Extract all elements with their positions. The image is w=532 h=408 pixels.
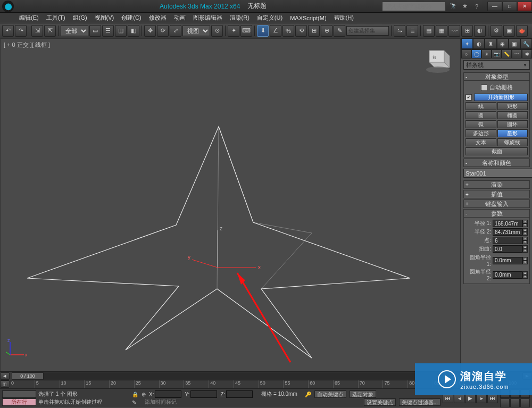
edit-named-sel-button[interactable]: ✎	[334, 25, 345, 37]
shape-line[interactable]: 线	[466, 102, 496, 110]
angle-snap-button[interactable]: ∠	[270, 25, 281, 37]
coord-x-input[interactable]	[155, 390, 181, 398]
menu-grapheditors[interactable]: 图形编辑器	[190, 13, 226, 23]
binoculars-icon[interactable]: 🔭	[449, 2, 458, 11]
shape-rectangle[interactable]: 矩形	[497, 102, 528, 110]
render-button[interactable]: 🫖	[516, 25, 528, 37]
spinner-snap-button[interactable]: ⟲	[295, 25, 307, 37]
lock-icon[interactable]: 🔒	[132, 392, 138, 397]
script-icon[interactable]: ✎	[132, 399, 136, 405]
rollout-keyboard[interactable]: +键盘输入	[463, 199, 530, 208]
shape-text[interactable]: 文本	[466, 138, 496, 146]
menu-modifiers[interactable]: 修改器	[146, 13, 170, 23]
mirror-button[interactable]: ⇋	[394, 25, 405, 37]
close-button[interactable]: ✕	[517, 2, 532, 11]
object-name-input[interactable]	[463, 169, 532, 178]
zoom-extents-button[interactable]	[500, 398, 510, 407]
coord-y-input[interactable]	[190, 390, 217, 398]
menu-animation[interactable]: 动画	[171, 13, 189, 23]
rollout-object-type[interactable]: -对象类型	[463, 72, 530, 81]
manipulate-button[interactable]: ✦	[228, 25, 239, 37]
shape-helix[interactable]: 螺旋线	[497, 138, 528, 146]
link-button[interactable]: ⇲	[31, 25, 43, 37]
utilities-tab[interactable]: 🔧	[520, 38, 532, 49]
radius1-spinner[interactable]: ▲▼	[493, 220, 528, 227]
menu-customize[interactable]: 自定义(U)	[254, 13, 286, 23]
menu-edit[interactable]: 编辑(E)	[16, 13, 42, 23]
pivot-button[interactable]: ⊙	[211, 25, 223, 37]
shape-ngon[interactable]: 多边形	[466, 129, 496, 137]
maximize-button[interactable]: □	[502, 2, 517, 11]
coord-z-input[interactable]	[226, 390, 253, 398]
rollout-render[interactable]: +渲染	[463, 180, 530, 189]
undo-button[interactable]: ↶	[2, 25, 14, 37]
help-search-input[interactable]	[383, 3, 445, 10]
rollout-params[interactable]: -参数	[463, 209, 530, 218]
time-handle[interactable]: 0 / 100	[12, 372, 44, 380]
menu-help[interactable]: 帮助(H)	[331, 13, 357, 23]
shape-donut[interactable]: 圆环	[497, 120, 528, 128]
shapes-subtab[interactable]: ◯	[471, 49, 481, 59]
snap-opt-button[interactable]: ⊕	[321, 25, 332, 37]
cameras-subtab[interactable]: 📷	[492, 49, 502, 59]
display-tab[interactable]: ▣	[509, 38, 520, 49]
systems-subtab[interactable]: ✱	[522, 49, 532, 59]
minimize-button[interactable]: —	[487, 2, 502, 11]
snap-toggle[interactable]: ⬇	[257, 25, 269, 37]
fillet2-spinner[interactable]: ▲▼	[493, 271, 528, 279]
setkey-button[interactable]: 设置关键点	[364, 398, 396, 406]
shape-arc[interactable]: 弧	[466, 120, 496, 128]
startnew-checkbox[interactable]	[466, 94, 472, 101]
help-search[interactable]	[382, 2, 446, 11]
geometry-subtab[interactable]: ○	[461, 49, 471, 59]
autogrid-checkbox[interactable]	[481, 85, 487, 91]
keyfilter-button[interactable]: 关键点过滤器...	[399, 398, 440, 406]
modify-tab[interactable]: ◐	[473, 38, 485, 49]
named-selection-dropdown[interactable]: 创建选择集	[346, 26, 389, 36]
rollout-name-color[interactable]: -名称和颜色	[463, 159, 530, 167]
distortion-spinner[interactable]: ▲▼	[493, 245, 528, 253]
keyboard-shortcut-button[interactable]: ⌨	[240, 25, 252, 37]
rollout-interp[interactable]: +插值	[463, 190, 530, 198]
align-button[interactable]: ≣	[406, 25, 418, 37]
redo-button[interactable]: ↷	[15, 25, 27, 37]
scale-button[interactable]: ⤢	[170, 25, 181, 37]
menu-create[interactable]: 创建(C)	[118, 13, 144, 23]
menu-maxscript[interactable]: MAXScript(M)	[287, 14, 329, 22]
fillet1-spinner[interactable]: ▲▼	[493, 257, 528, 264]
track-toggle[interactable]: ◫	[0, 380, 10, 388]
selection-filter[interactable]: 全部	[61, 26, 88, 36]
layer-button[interactable]: ▤	[423, 25, 435, 37]
orbit-button[interactable]	[510, 398, 520, 407]
percent-snap-button[interactable]: %	[282, 25, 294, 37]
menu-group[interactable]: 组(G)	[70, 13, 90, 23]
selset-dropdown[interactable]: 选定对象	[350, 390, 376, 398]
snap-2d-button[interactable]: ⊞	[308, 25, 320, 37]
viewport[interactable]: [ + 0 正交 ][ 线框 ] x y z	[0, 38, 461, 371]
menu-view[interactable]: 视图(V)	[92, 13, 118, 23]
lights-subtab[interactable]: ☀	[481, 49, 492, 59]
render-setup-button[interactable]: ⚙	[491, 25, 502, 37]
motion-tab[interactable]: ◉	[497, 38, 509, 49]
unlink-button[interactable]: ⇱	[44, 25, 56, 37]
select-button[interactable]: ▭	[89, 25, 101, 37]
star-icon[interactable]: ★	[461, 2, 469, 11]
material-editor-button[interactable]: ◐	[474, 25, 486, 37]
select-name-button[interactable]: ☰	[102, 25, 114, 37]
timeline-left-button[interactable]: ◂	[0, 372, 10, 380]
menu-render[interactable]: 渲染(R)	[227, 13, 253, 23]
schematic-button[interactable]: ⊞	[461, 25, 473, 37]
ref-coord-dropdown[interactable]: 视图	[182, 26, 210, 36]
hierarchy-tab[interactable]: ♜	[485, 38, 496, 49]
coord-mode-icon[interactable]: ⊕	[142, 392, 146, 397]
points-spinner[interactable]: ▲▼	[493, 237, 528, 244]
spline-category-dropdown[interactable]: 样条线	[463, 60, 530, 70]
shape-section[interactable]: 截面	[466, 147, 528, 155]
move-button[interactable]: ✥	[144, 25, 156, 37]
shape-circle[interactable]: 圆	[466, 111, 496, 119]
shape-star[interactable]: 星形	[497, 129, 528, 137]
maximize-viewport-button[interactable]	[520, 398, 530, 407]
menu-tools[interactable]: 工具(T)	[43, 13, 69, 23]
rendered-frame-button[interactable]: ▣	[503, 25, 515, 37]
select-region-button[interactable]: ◫	[115, 25, 127, 37]
